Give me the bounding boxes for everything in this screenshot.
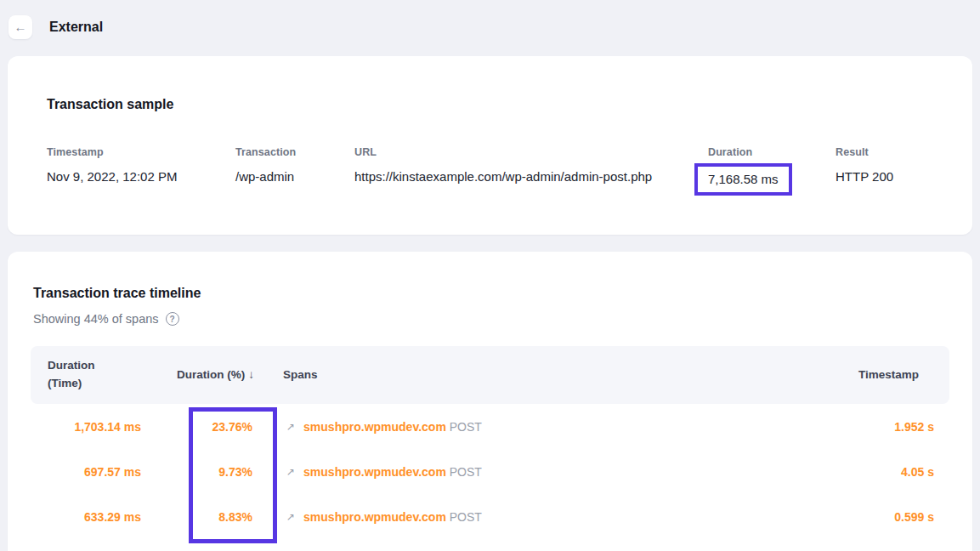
- spans-shown-summary: Showing 44% of spans ?: [33, 312, 947, 326]
- field-duration-value: 7,168.58 ms: [708, 172, 779, 186]
- field-timestamp-value: Nov 9, 2022, 12:02 PM: [47, 169, 235, 184]
- field-url: URL https://kinstaexample.com/wp-admin/a…: [354, 146, 708, 196]
- top-bar: ← External: [0, 0, 980, 41]
- help-icon[interactable]: ?: [166, 312, 179, 326]
- field-result-label: Result: [836, 146, 893, 158]
- field-timestamp: Timestamp Nov 9, 2022, 12:02 PM: [47, 146, 235, 196]
- sort-descending-icon[interactable]: ↓: [248, 368, 254, 381]
- span-host-link[interactable]: smushpro.wpmudev.com: [303, 510, 446, 524]
- field-timestamp-label: Timestamp: [47, 146, 235, 158]
- transaction-sample-fields: Timestamp Nov 9, 2022, 12:02 PM Transact…: [47, 146, 933, 196]
- span-method: POST: [450, 465, 482, 479]
- row-span-cell: ↗ smushpro.wpmudev.com POST: [264, 465, 822, 479]
- external-link-icon: ↗: [286, 466, 295, 478]
- trace-timeline-card: Transaction trace timeline Showing 44% o…: [8, 252, 972, 551]
- back-button[interactable]: ←: [8, 15, 32, 39]
- transaction-sample-title: Transaction sample: [47, 97, 933, 112]
- column-header-duration-pct[interactable]: Duration (%)↓: [158, 366, 264, 384]
- field-url-label: URL: [354, 146, 708, 158]
- span-host-link[interactable]: smushpro.wpmudev.com: [303, 420, 446, 434]
- column-header-duration-time: Duration (Time): [31, 357, 124, 393]
- external-link-icon: ↗: [286, 421, 295, 433]
- table-row: 633.29 ms 8.83% ↗ smushpro.wpmudev.com P…: [31, 494, 949, 539]
- field-transaction-value: /wp-admin: [235, 169, 354, 184]
- column-header-spans: Spans: [264, 366, 822, 384]
- row-duration-time: 697.57 ms: [31, 465, 158, 479]
- table-row: 697.57 ms 9.73% ↗ smushpro.wpmudev.com P…: [31, 449, 949, 494]
- row-duration-pct: 23.76%: [158, 420, 264, 434]
- field-transaction-label: Transaction: [235, 146, 354, 158]
- transaction-sample-card: Transaction sample Timestamp Nov 9, 2022…: [8, 56, 972, 235]
- external-link-icon: ↗: [286, 511, 295, 523]
- column-header-timestamp: Timestamp: [822, 366, 949, 384]
- row-duration-time: 1,703.14 ms: [31, 420, 158, 434]
- row-span-cell: ↗ smushpro.wpmudev.com POST: [264, 510, 822, 524]
- trace-table: Duration (Time) Duration (%)↓ Spans Time…: [31, 346, 949, 539]
- span-method: POST: [450, 510, 482, 524]
- row-duration-time: 633.29 ms: [31, 510, 158, 524]
- field-duration: Duration 7,168.58 ms: [708, 146, 836, 196]
- row-timestamp: 0.599 s: [822, 510, 949, 524]
- span-host-link[interactable]: smushpro.wpmudev.com: [303, 465, 446, 479]
- back-arrow-icon: ←: [14, 20, 27, 33]
- field-result-value: HTTP 200: [836, 169, 893, 184]
- trace-timeline-title: Transaction trace timeline: [33, 286, 947, 301]
- trace-timeline-header: Transaction trace timeline Showing 44% o…: [8, 286, 972, 326]
- row-timestamp: 4.05 s: [822, 465, 949, 479]
- field-transaction: Transaction /wp-admin: [235, 146, 354, 196]
- table-row: 1,703.14 ms 23.76% ↗ smushpro.wpmudev.co…: [31, 404, 949, 449]
- row-span-cell: ↗ smushpro.wpmudev.com POST: [264, 420, 822, 434]
- row-duration-pct: 9.73%: [158, 465, 264, 479]
- row-timestamp: 1.952 s: [822, 420, 949, 434]
- duration-highlight-box: 7,168.58 ms: [694, 163, 792, 196]
- field-url-value: https://kinstaexample.com/wp-admin/admin…: [354, 169, 708, 184]
- page-title: External: [49, 20, 103, 35]
- span-method: POST: [450, 420, 482, 434]
- row-duration-pct: 8.83%: [158, 510, 264, 524]
- field-result: Result HTTP 200: [836, 146, 893, 196]
- field-duration-label: Duration: [708, 146, 836, 158]
- trace-table-header: Duration (Time) Duration (%)↓ Spans Time…: [31, 346, 949, 404]
- spans-shown-text: Showing 44% of spans: [33, 312, 159, 326]
